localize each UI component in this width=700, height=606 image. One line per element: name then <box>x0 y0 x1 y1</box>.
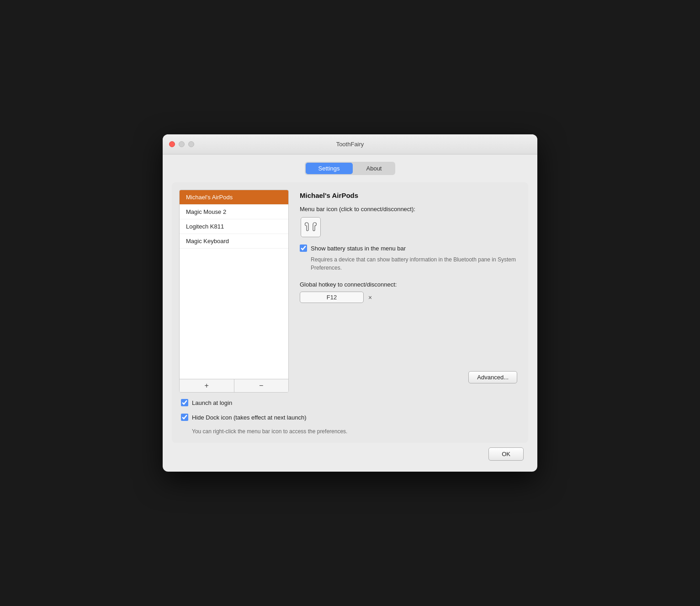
hotkey-label: Global hotkey to connect/disconnect: <box>300 281 517 288</box>
bottom-section: Launch at login Hide Dock icon (takes ef… <box>172 393 528 443</box>
device-title: Michael's AirPods <box>300 191 517 199</box>
sidebar-item-magic-keyboard[interactable]: Magic Keyboard <box>180 234 288 249</box>
hide-dock-row: Hide Dock icon (takes effect at next lau… <box>181 414 519 421</box>
menu-bar-icon-label: Menu bar icon (click to connect/disconne… <box>300 206 517 213</box>
battery-status-label: Show battery status in the menu bar <box>311 245 406 252</box>
sidebar-item-airpods[interactable]: Michael's AirPods <box>180 190 288 205</box>
tab-about[interactable]: About <box>354 163 395 174</box>
hide-dock-checkbox[interactable] <box>181 414 188 421</box>
sidebar-footer: + − <box>180 379 288 392</box>
tab-bar: Settings About <box>172 162 528 175</box>
hotkey-clear-button[interactable]: × <box>366 293 375 302</box>
battery-status-row: Show battery status in the menu bar <box>300 245 517 252</box>
content-area: Michael's AirPods Magic Mouse 2 Logitech… <box>172 182 528 443</box>
advanced-button[interactable]: Advanced... <box>468 371 517 383</box>
menu-bar-icon-button[interactable] <box>301 217 321 237</box>
hotkey-field: × <box>300 292 517 303</box>
advanced-row: Advanced... <box>300 362 517 383</box>
sidebar-list: Michael's AirPods Magic Mouse 2 Logitech… <box>180 190 288 379</box>
ok-button[interactable]: OK <box>488 447 524 461</box>
remove-device-button[interactable]: − <box>234 379 289 392</box>
ok-row: OK <box>172 443 528 462</box>
sidebar: Michael's AirPods Magic Mouse 2 Logitech… <box>179 190 289 393</box>
launch-login-row: Launch at login <box>181 399 519 406</box>
main-pane: Michael's AirPods Magic Mouse 2 Logitech… <box>172 182 528 393</box>
app-window: ToothFairy Settings About Michael's AirP… <box>163 134 537 472</box>
sidebar-item-logitech[interactable]: Logitech K811 <box>180 219 288 234</box>
detail-pane: Michael's AirPods Menu bar icon (click t… <box>289 182 528 393</box>
battery-status-checkbox[interactable] <box>300 245 307 252</box>
battery-helper-text: Requires a device that can show battery … <box>311 255 517 272</box>
hotkey-section: Global hotkey to connect/disconnect: × <box>300 281 517 303</box>
tab-settings[interactable]: Settings <box>306 163 353 174</box>
sidebar-item-mouse[interactable]: Magic Mouse 2 <box>180 205 288 219</box>
traffic-lights <box>169 141 194 147</box>
window-body: Settings About Michael's AirPods Magic M… <box>163 154 537 472</box>
window-title: ToothFairy <box>336 141 364 148</box>
tab-group: Settings About <box>305 162 396 175</box>
airpods-icon <box>304 221 317 234</box>
maximize-button[interactable] <box>188 141 194 147</box>
hotkey-input[interactable] <box>300 292 364 303</box>
add-device-button[interactable]: + <box>180 379 234 392</box>
launch-login-label: Launch at login <box>192 399 232 406</box>
hide-dock-helper: You can right-click the menu bar icon to… <box>192 428 519 435</box>
minimize-button[interactable] <box>179 141 185 147</box>
title-bar: ToothFairy <box>163 134 537 154</box>
close-button[interactable] <box>169 141 175 147</box>
launch-login-checkbox[interactable] <box>181 399 188 406</box>
hide-dock-label: Hide Dock icon (takes effect at next lau… <box>192 414 307 421</box>
